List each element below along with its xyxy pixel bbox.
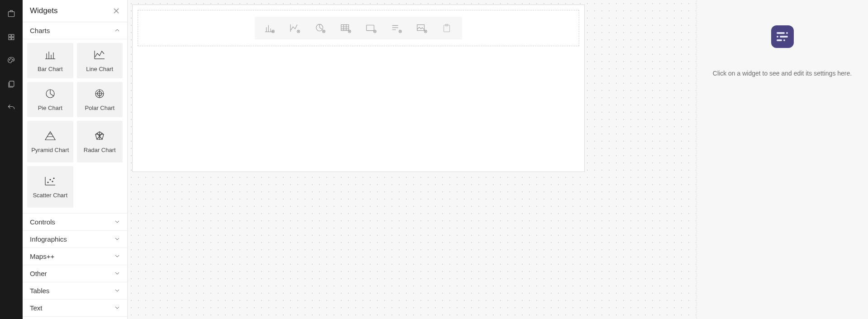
pages-rail-icon[interactable] bbox=[6, 79, 17, 90]
widget-polar-chart[interactable]: Polar Chart bbox=[77, 82, 123, 117]
widgets-accordion: Charts Bar Chart Line Chart bbox=[23, 22, 127, 319]
pie-chart-icon bbox=[44, 88, 57, 105]
theme-rail-icon[interactable] bbox=[6, 55, 17, 66]
data-rail-icon[interactable] bbox=[6, 32, 17, 43]
section-label-text: Text bbox=[30, 304, 43, 312]
svg-rect-8 bbox=[10, 81, 14, 86]
scatter-chart-icon bbox=[44, 176, 57, 192]
svg-point-5 bbox=[9, 60, 10, 61]
svg-rect-4 bbox=[12, 38, 14, 40]
svg-rect-1 bbox=[9, 34, 11, 37]
report-canvas[interactable] bbox=[128, 0, 696, 319]
left-icon-rail bbox=[0, 0, 23, 319]
section-header-charts[interactable]: Charts bbox=[23, 22, 127, 39]
widget-label: Radar Chart bbox=[84, 147, 116, 154]
widget-line-chart[interactable]: Line Chart bbox=[77, 43, 123, 78]
insert-card-button[interactable] bbox=[364, 21, 378, 35]
radar-chart-icon bbox=[93, 130, 106, 147]
chevron-down-icon bbox=[114, 252, 120, 260]
svg-point-6 bbox=[10, 58, 11, 59]
insert-line-chart-button[interactable] bbox=[288, 21, 302, 35]
settings-panel: Click on a widget to see and edit its se… bbox=[696, 0, 868, 319]
chevron-down-icon bbox=[114, 270, 120, 277]
section-label-other: Other bbox=[30, 270, 47, 277]
polar-chart-icon bbox=[93, 88, 106, 105]
section-header-infographics[interactable]: Infographics bbox=[23, 231, 127, 248]
settings-empty-hint: Click on a widget to see and edit its se… bbox=[704, 70, 861, 77]
chevron-down-icon bbox=[114, 235, 120, 243]
widgets-panel-header: Widgets bbox=[23, 0, 127, 22]
widget-label: Scatter Chart bbox=[33, 192, 67, 199]
svg-rect-22 bbox=[367, 25, 374, 31]
svg-point-12 bbox=[48, 182, 48, 183]
widgets-panel-title: Widgets bbox=[30, 6, 57, 15]
chevron-down-icon bbox=[114, 304, 120, 312]
insert-pie-chart-button[interactable] bbox=[314, 21, 327, 35]
widget-pie-chart[interactable]: Pie Chart bbox=[27, 82, 73, 117]
section-body-charts: Bar Chart Line Chart Pie Chart bbox=[23, 39, 127, 214]
widget-label: Line Chart bbox=[86, 66, 113, 73]
chevron-down-icon bbox=[114, 218, 120, 226]
report-page[interactable] bbox=[132, 5, 585, 172]
section-label-maps: Maps++ bbox=[30, 252, 54, 260]
section-header-tables[interactable]: Tables bbox=[23, 282, 127, 300]
widgets-rail-icon[interactable] bbox=[6, 8, 17, 19]
widgets-panel: Widgets Charts Bar Chart bbox=[23, 0, 128, 319]
section-header-maps[interactable]: Maps++ bbox=[23, 248, 127, 265]
bar-chart-icon bbox=[44, 49, 57, 66]
widget-bar-chart[interactable]: Bar Chart bbox=[27, 43, 73, 78]
widget-label: Pie Chart bbox=[38, 105, 62, 112]
section-label-charts: Charts bbox=[30, 27, 50, 34]
widget-radar-chart[interactable]: Radar Chart bbox=[77, 121, 123, 162]
svg-point-13 bbox=[50, 179, 51, 180]
chevron-down-icon bbox=[114, 287, 120, 295]
svg-rect-2 bbox=[12, 34, 14, 37]
svg-rect-0 bbox=[8, 12, 14, 17]
svg-point-14 bbox=[52, 181, 53, 182]
widget-label: Pyramid Chart bbox=[31, 147, 69, 154]
insert-bar-chart-button[interactable] bbox=[263, 21, 277, 35]
chevron-up-icon bbox=[114, 27, 120, 34]
widget-label: Polar Chart bbox=[85, 105, 114, 112]
insert-image-button[interactable] bbox=[415, 21, 429, 35]
widget-pyramid-chart[interactable]: Pyramid Chart bbox=[27, 121, 73, 162]
line-chart-icon bbox=[93, 49, 106, 66]
close-panel-button[interactable] bbox=[113, 7, 120, 14]
svg-point-15 bbox=[53, 178, 54, 179]
app-logo-icon bbox=[771, 25, 794, 48]
widget-label: Bar Chart bbox=[38, 66, 63, 73]
section-header-other[interactable]: Other bbox=[23, 265, 127, 282]
section-label-infographics: Infographics bbox=[30, 235, 67, 243]
section-label-tables: Tables bbox=[30, 287, 49, 295]
svg-rect-25 bbox=[417, 25, 424, 31]
widget-scatter-chart[interactable]: Scatter Chart bbox=[27, 166, 73, 208]
section-header-text[interactable]: Text bbox=[23, 300, 127, 317]
section-header-controls[interactable]: Controls bbox=[23, 214, 127, 231]
undo-rail-icon[interactable] bbox=[6, 102, 17, 113]
insert-toolbar bbox=[255, 17, 462, 39]
section-label-controls: Controls bbox=[30, 218, 55, 226]
svg-rect-20 bbox=[341, 25, 349, 31]
pyramid-chart-icon bbox=[44, 130, 57, 147]
paste-button[interactable] bbox=[440, 21, 454, 35]
svg-point-7 bbox=[13, 59, 14, 60]
insert-text-button[interactable] bbox=[390, 21, 403, 35]
insert-table-button[interactable] bbox=[339, 21, 353, 35]
svg-rect-3 bbox=[9, 38, 11, 40]
widget-drop-zone[interactable] bbox=[138, 10, 579, 46]
